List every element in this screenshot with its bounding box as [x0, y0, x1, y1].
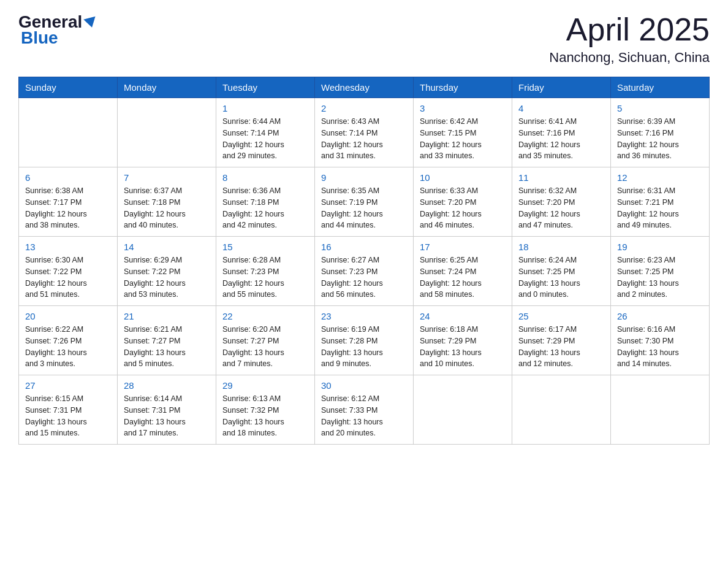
day-number: 27 — [25, 380, 111, 391]
header-cell-tuesday: Tuesday — [216, 77, 315, 98]
day-cell: 23Sunrise: 6:19 AMSunset: 7:28 PMDayligh… — [315, 306, 414, 375]
title-area: April 2025 Nanchong, Sichuan, China — [549, 12, 710, 66]
day-cell: 14Sunrise: 6:29 AMSunset: 7:22 PMDayligh… — [118, 237, 216, 306]
day-info: Sunrise: 6:15 AMSunset: 7:31 PMDaylight:… — [25, 393, 111, 439]
day-info: Sunrise: 6:16 AMSunset: 7:30 PMDaylight:… — [617, 324, 703, 370]
day-info: Sunrise: 6:29 AMSunset: 7:22 PMDaylight:… — [124, 255, 210, 301]
day-number: 10 — [420, 172, 506, 183]
day-info: Sunrise: 6:43 AMSunset: 7:14 PMDaylight:… — [321, 116, 407, 162]
day-cell: 15Sunrise: 6:28 AMSunset: 7:23 PMDayligh… — [216, 237, 315, 306]
logo-triangle — [84, 17, 98, 29]
header-cell-thursday: Thursday — [414, 77, 512, 98]
day-info: Sunrise: 6:12 AMSunset: 7:33 PMDaylight:… — [321, 393, 407, 439]
logo-blue-text: Blue — [18, 28, 58, 48]
day-info: Sunrise: 6:22 AMSunset: 7:26 PMDaylight:… — [25, 324, 111, 370]
day-info: Sunrise: 6:37 AMSunset: 7:18 PMDaylight:… — [124, 185, 210, 231]
day-number: 5 — [617, 103, 703, 113]
day-number: 8 — [222, 172, 308, 183]
week-row-0: 1Sunrise: 6:44 AMSunset: 7:14 PMDaylight… — [19, 98, 710, 167]
day-cell: 4Sunrise: 6:41 AMSunset: 7:16 PMDaylight… — [512, 98, 611, 167]
day-cell: 18Sunrise: 6:24 AMSunset: 7:25 PMDayligh… — [512, 237, 611, 306]
day-cell: 11Sunrise: 6:32 AMSunset: 7:20 PMDayligh… — [512, 167, 611, 237]
day-number: 24 — [420, 311, 506, 321]
day-number: 25 — [518, 311, 604, 321]
day-number: 2 — [321, 103, 407, 113]
day-number: 12 — [617, 172, 703, 183]
day-cell — [19, 98, 118, 167]
day-number: 11 — [518, 172, 604, 183]
day-cell: 20Sunrise: 6:22 AMSunset: 7:26 PMDayligh… — [19, 306, 118, 375]
day-info: Sunrise: 6:31 AMSunset: 7:21 PMDaylight:… — [617, 185, 703, 231]
day-cell: 16Sunrise: 6:27 AMSunset: 7:23 PMDayligh… — [315, 237, 414, 306]
day-number: 9 — [321, 172, 407, 183]
week-row-2: 13Sunrise: 6:30 AMSunset: 7:22 PMDayligh… — [19, 237, 710, 306]
day-cell: 24Sunrise: 6:18 AMSunset: 7:29 PMDayligh… — [414, 306, 512, 375]
day-cell: 2Sunrise: 6:43 AMSunset: 7:14 PMDaylight… — [315, 98, 414, 167]
day-info: Sunrise: 6:27 AMSunset: 7:23 PMDaylight:… — [321, 255, 407, 301]
day-cell: 3Sunrise: 6:42 AMSunset: 7:15 PMDaylight… — [414, 98, 512, 167]
day-info: Sunrise: 6:42 AMSunset: 7:15 PMDaylight:… — [420, 116, 506, 162]
day-cell — [512, 375, 611, 445]
header-cell-friday: Friday — [512, 77, 611, 98]
day-info: Sunrise: 6:23 AMSunset: 7:25 PMDaylight:… — [617, 255, 703, 301]
day-info: Sunrise: 6:25 AMSunset: 7:24 PMDaylight:… — [420, 255, 506, 301]
header-cell-wednesday: Wednesday — [315, 77, 414, 98]
day-cell: 6Sunrise: 6:38 AMSunset: 7:17 PMDaylight… — [19, 167, 118, 237]
day-cell: 13Sunrise: 6:30 AMSunset: 7:22 PMDayligh… — [19, 237, 118, 306]
day-number: 6 — [25, 172, 111, 183]
day-number: 3 — [420, 103, 506, 113]
day-info: Sunrise: 6:17 AMSunset: 7:29 PMDaylight:… — [518, 324, 604, 370]
day-number: 14 — [124, 242, 210, 252]
day-number: 20 — [25, 311, 111, 321]
day-number: 16 — [321, 242, 407, 252]
day-info: Sunrise: 6:41 AMSunset: 7:16 PMDaylight:… — [518, 116, 604, 162]
day-cell: 21Sunrise: 6:21 AMSunset: 7:27 PMDayligh… — [118, 306, 216, 375]
day-cell: 9Sunrise: 6:35 AMSunset: 7:19 PMDaylight… — [315, 167, 414, 237]
day-number: 23 — [321, 311, 407, 321]
day-number: 18 — [518, 242, 604, 252]
day-info: Sunrise: 6:20 AMSunset: 7:27 PMDaylight:… — [222, 324, 308, 370]
day-info: Sunrise: 6:38 AMSunset: 7:17 PMDaylight:… — [25, 185, 111, 231]
week-row-1: 6Sunrise: 6:38 AMSunset: 7:17 PMDaylight… — [19, 167, 710, 237]
day-number: 13 — [25, 242, 111, 252]
day-cell — [118, 98, 216, 167]
day-number: 21 — [124, 311, 210, 321]
day-number: 22 — [222, 311, 308, 321]
day-cell: 25Sunrise: 6:17 AMSunset: 7:29 PMDayligh… — [512, 306, 611, 375]
day-cell — [611, 375, 710, 445]
day-cell: 26Sunrise: 6:16 AMSunset: 7:30 PMDayligh… — [611, 306, 710, 375]
day-cell: 12Sunrise: 6:31 AMSunset: 7:21 PMDayligh… — [611, 167, 710, 237]
header-row: SundayMondayTuesdayWednesdayThursdayFrid… — [19, 77, 710, 98]
day-number: 30 — [321, 380, 407, 391]
calendar-table: SundayMondayTuesdayWednesdayThursdayFrid… — [18, 77, 710, 445]
location-title: Nanchong, Sichuan, China — [549, 50, 710, 66]
day-cell: 8Sunrise: 6:36 AMSunset: 7:18 PMDaylight… — [216, 167, 315, 237]
day-info: Sunrise: 6:18 AMSunset: 7:29 PMDaylight:… — [420, 324, 506, 370]
page-header: General Blue April 2025 Nanchong, Sichua… — [18, 12, 710, 66]
day-number: 1 — [222, 103, 308, 113]
day-info: Sunrise: 6:24 AMSunset: 7:25 PMDaylight:… — [518, 255, 604, 301]
week-row-3: 20Sunrise: 6:22 AMSunset: 7:26 PMDayligh… — [19, 306, 710, 375]
header-cell-sunday: Sunday — [19, 77, 118, 98]
header-cell-saturday: Saturday — [611, 77, 710, 98]
header-cell-monday: Monday — [118, 77, 216, 98]
logo: General Blue — [18, 12, 97, 48]
day-cell: 30Sunrise: 6:12 AMSunset: 7:33 PMDayligh… — [315, 375, 414, 445]
day-info: Sunrise: 6:36 AMSunset: 7:18 PMDaylight:… — [222, 185, 308, 231]
day-info: Sunrise: 6:13 AMSunset: 7:32 PMDaylight:… — [222, 393, 308, 439]
day-number: 26 — [617, 311, 703, 321]
day-number: 17 — [420, 242, 506, 252]
day-info: Sunrise: 6:28 AMSunset: 7:23 PMDaylight:… — [222, 255, 308, 301]
day-cell: 1Sunrise: 6:44 AMSunset: 7:14 PMDaylight… — [216, 98, 315, 167]
day-number: 7 — [124, 172, 210, 183]
day-number: 29 — [222, 380, 308, 391]
day-info: Sunrise: 6:30 AMSunset: 7:22 PMDaylight:… — [25, 255, 111, 301]
day-info: Sunrise: 6:19 AMSunset: 7:28 PMDaylight:… — [321, 324, 407, 370]
week-row-4: 27Sunrise: 6:15 AMSunset: 7:31 PMDayligh… — [19, 375, 710, 445]
day-info: Sunrise: 6:32 AMSunset: 7:20 PMDaylight:… — [518, 185, 604, 231]
day-number: 19 — [617, 242, 703, 252]
day-cell: 17Sunrise: 6:25 AMSunset: 7:24 PMDayligh… — [414, 237, 512, 306]
day-number: 28 — [124, 380, 210, 391]
day-number: 4 — [518, 103, 604, 113]
day-cell: 27Sunrise: 6:15 AMSunset: 7:31 PMDayligh… — [19, 375, 118, 445]
